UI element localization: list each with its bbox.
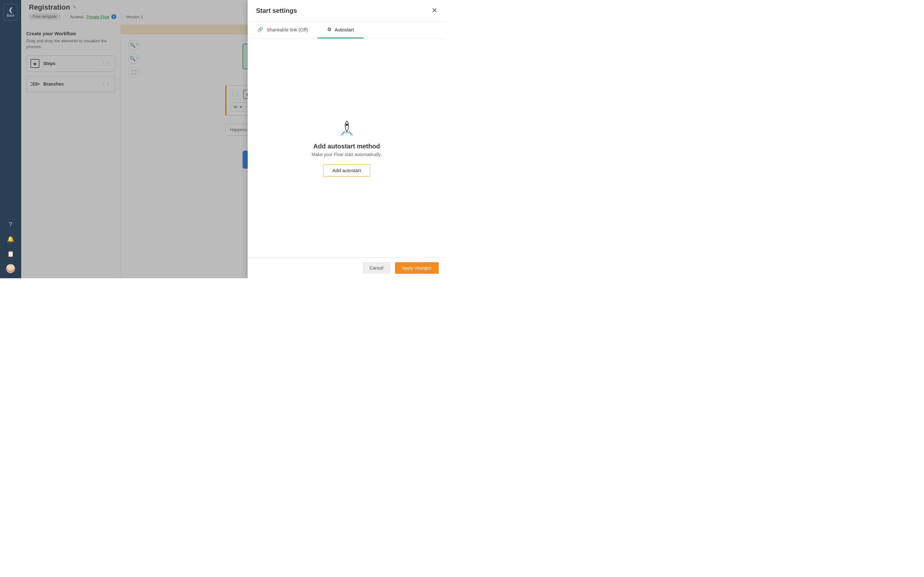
start-settings-panel: Start settings ✕ 🔗 Shareable link (Off) … [248,0,446,278]
avatar[interactable] [6,264,15,273]
empty-title: Add autostart method [313,143,380,150]
rocket-icon [338,119,356,137]
tab-shareable-link[interactable]: 🔗 Shareable link (Off) [248,21,318,39]
left-rail: ❮ Back ? 🔔 📋 [0,0,21,278]
apply-button[interactable]: Apply changes [395,262,439,274]
panel-title: Start settings [256,7,297,15]
cancel-button[interactable]: Cancel [363,262,391,274]
chevron-left-icon: ❮ [8,7,13,13]
tab-label: Autostart [334,27,354,32]
tab-autostart[interactable]: ⚙ Autostart [318,21,363,39]
back-label: Back [7,13,15,17]
svg-point-0 [346,124,348,126]
gear-icon: ⚙ [327,27,331,32]
help-icon[interactable]: ? [6,220,15,229]
tab-label: Shareable link (Off) [267,27,308,32]
clipboard-icon[interactable]: 📋 [6,250,15,258]
empty-sub: Make your Flow start automatically. [312,152,381,157]
link-icon: 🔗 [257,27,263,32]
back-button[interactable]: ❮ Back [3,4,18,21]
add-autostart-button[interactable]: Add autostart [323,164,370,177]
close-icon[interactable]: ✕ [431,6,437,15]
bell-icon[interactable]: 🔔 [6,235,15,243]
